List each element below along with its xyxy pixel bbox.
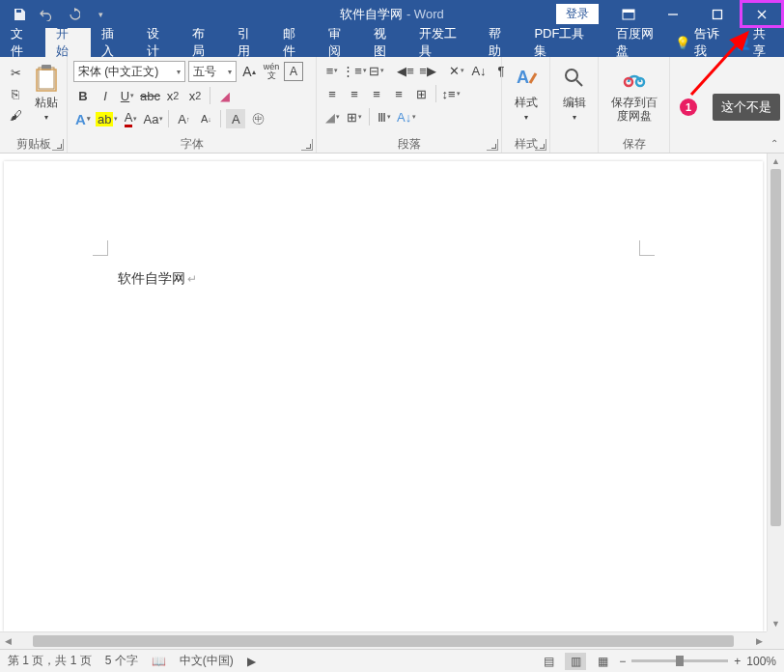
tab-layout[interactable]: 布局 xyxy=(182,28,227,57)
zoom-level[interactable]: 100% xyxy=(746,655,776,668)
status-page[interactable]: 第 1 页，共 1 页 xyxy=(8,653,92,669)
numbering-icon[interactable]: ⋮≡▾ xyxy=(345,61,364,80)
sort-icon[interactable]: A↓ xyxy=(469,61,489,80)
grow-font-icon[interactable]: A▴ xyxy=(239,62,259,81)
asian-layout-icon[interactable]: ✕▾ xyxy=(447,61,466,80)
paragraph-label: 段落 xyxy=(398,136,421,153)
save-icon[interactable] xyxy=(8,3,31,26)
tab-view[interactable]: 视图 xyxy=(363,28,408,57)
hscroll-thumb[interactable] xyxy=(33,635,734,647)
share-button[interactable]: 👤共享 xyxy=(736,25,776,60)
para-sort-icon[interactable]: A↓▾ xyxy=(397,107,416,126)
close-icon[interactable] xyxy=(740,0,784,28)
grow-font-a-icon[interactable]: A↓ xyxy=(196,109,215,128)
zoom-slider[interactable] xyxy=(631,659,728,662)
char-shading-icon[interactable]: A xyxy=(226,109,245,128)
ribbon-options-icon[interactable] xyxy=(606,0,651,28)
tab-baidu[interactable]: 百度网盘 xyxy=(605,28,675,57)
styles-group-label: 样式 xyxy=(515,136,538,153)
scroll-up-icon[interactable]: ▲ xyxy=(768,154,784,169)
multilevel-icon[interactable]: ⊟▾ xyxy=(367,61,386,80)
view-print-icon[interactable]: ▥ xyxy=(565,653,586,670)
vertical-scrollbar[interactable]: ▲ ▼ xyxy=(767,154,784,631)
minimize-icon[interactable] xyxy=(651,0,695,28)
login-button[interactable]: 登录 xyxy=(556,4,599,24)
maximize-icon[interactable] xyxy=(695,0,740,28)
shrink-font-a-icon[interactable]: A↑ xyxy=(174,109,193,128)
highlight-icon[interactable]: ab▾ xyxy=(96,109,118,128)
justify-icon[interactable]: ≡ xyxy=(389,84,408,103)
font-size-combo[interactable]: 五号▾ xyxy=(188,61,237,82)
annotation-callout: 这个不是 xyxy=(713,94,780,121)
tab-home[interactable]: 开始 xyxy=(45,28,91,57)
format-painter-icon[interactable]: 🖌 xyxy=(6,105,25,125)
status-words[interactable]: 5 个字 xyxy=(105,653,138,669)
tab-pdf[interactable]: PDF工具集 xyxy=(523,28,605,57)
paste-button[interactable]: 粘贴▾ xyxy=(25,61,68,135)
align-center-icon[interactable]: ≡ xyxy=(345,84,364,103)
font-name-combo[interactable]: 宋体 (中文正文)▾ xyxy=(73,61,185,82)
text-effects-icon[interactable]: A▾ xyxy=(73,109,93,128)
tab-file[interactable]: 文件 xyxy=(0,28,45,57)
baidu-cloud-icon xyxy=(619,63,650,94)
view-read-icon[interactable]: ▤ xyxy=(538,653,559,670)
scroll-right-icon[interactable]: ▶ xyxy=(751,636,767,646)
snap-grid-icon[interactable]: Ⅲ▾ xyxy=(375,107,394,126)
styles-launcher[interactable] xyxy=(535,139,546,151)
clear-format-icon[interactable]: ◢ xyxy=(215,86,235,105)
status-proofing-icon[interactable]: 📖 xyxy=(152,655,166,668)
copy-icon[interactable]: ⎘ xyxy=(6,84,25,103)
save-baidu-button[interactable]: 保存到百度网盘 xyxy=(604,61,663,135)
subscript-icon[interactable]: x2 xyxy=(163,86,182,105)
enclose-char-icon[interactable]: ㊥ xyxy=(248,109,267,128)
shading-icon[interactable]: ◢▾ xyxy=(322,107,342,126)
tab-references[interactable]: 引用 xyxy=(227,28,272,57)
italic-icon[interactable]: I xyxy=(96,86,115,105)
zoom-in-icon[interactable]: + xyxy=(734,655,741,668)
align-left-icon[interactable]: ≡ xyxy=(322,84,342,103)
tab-design[interactable]: 设计 xyxy=(136,28,182,57)
tab-review[interactable]: 审阅 xyxy=(318,28,363,57)
underline-icon[interactable]: U▾ xyxy=(118,86,137,105)
document-text[interactable]: 软件自学网↵ xyxy=(118,270,197,288)
decrease-indent-icon[interactable]: ◀≡ xyxy=(396,61,415,80)
clipboard-launcher[interactable] xyxy=(52,139,64,151)
tab-mailings[interactable]: 邮件 xyxy=(272,28,318,57)
collapse-ribbon-icon[interactable]: ⌃ xyxy=(770,138,778,149)
scroll-down-icon[interactable]: ▼ xyxy=(768,616,784,631)
change-case-icon[interactable]: Aa▾ xyxy=(143,109,163,128)
view-web-icon[interactable]: ▦ xyxy=(592,653,613,670)
distribute-icon[interactable]: ⊞ xyxy=(411,84,431,103)
redo-icon[interactable] xyxy=(62,3,85,26)
superscript-icon[interactable]: x2 xyxy=(185,86,205,105)
phonetic-guide-icon[interactable]: wén文 xyxy=(262,62,281,81)
tab-help[interactable]: 帮助 xyxy=(478,28,523,57)
tab-developer[interactable]: 开发工具 xyxy=(408,28,478,57)
status-macro-icon[interactable]: ▶ xyxy=(247,655,256,668)
char-border-icon[interactable]: A xyxy=(284,62,303,81)
vscroll-thumb[interactable] xyxy=(770,169,781,526)
qat-dropdown-icon[interactable]: ▾ xyxy=(89,3,112,26)
horizontal-scrollbar[interactable]: ◀ ▶ xyxy=(0,631,767,649)
zoom-out-icon[interactable]: − xyxy=(619,655,626,668)
tell-me[interactable]: 💡告诉我 xyxy=(675,25,730,60)
increase-indent-icon[interactable]: ≡▶ xyxy=(418,61,437,80)
styles-button[interactable]: A 样式▾ xyxy=(505,61,547,135)
line-spacing-icon[interactable]: ↕≡▾ xyxy=(441,84,461,103)
status-lang[interactable]: 中文(中国) xyxy=(180,653,234,669)
align-right-icon[interactable]: ≡ xyxy=(367,84,386,103)
paragraph-launcher[interactable] xyxy=(487,139,498,151)
borders-icon[interactable]: ⊞▾ xyxy=(345,107,364,126)
scroll-left-icon[interactable]: ◀ xyxy=(0,636,15,646)
font-color-icon[interactable]: A▾ xyxy=(121,109,140,128)
strike-icon[interactable]: abc xyxy=(140,86,160,105)
undo-icon[interactable] xyxy=(35,3,58,26)
bold-icon[interactable]: B xyxy=(73,86,93,105)
document-area[interactable]: 软件自学网↵ xyxy=(0,154,767,631)
font-launcher[interactable] xyxy=(301,139,313,151)
editing-button[interactable]: 编辑▾ xyxy=(553,61,596,135)
cut-icon[interactable]: ✂ xyxy=(6,63,25,82)
tab-insert[interactable]: 插入 xyxy=(91,28,136,57)
doc-name: 软件自学网 xyxy=(340,7,403,21)
bullets-icon[interactable]: ≡▾ xyxy=(322,61,342,80)
